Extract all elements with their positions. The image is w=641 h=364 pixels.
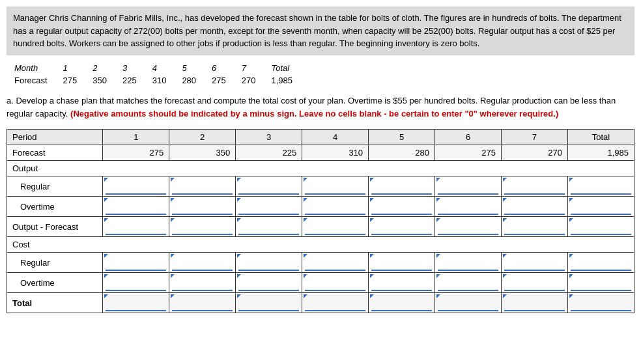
overtime-cost-input-4[interactable] <box>305 274 365 291</box>
total-cell-total[interactable] <box>567 293 634 313</box>
overtime-output-input-total[interactable] <box>571 198 631 215</box>
overtime-cost-cell-4[interactable] <box>302 273 369 293</box>
regular-output-cell-7[interactable] <box>502 176 568 197</box>
output-forecast-cell-6[interactable] <box>435 217 502 237</box>
regular-cost-cell-1[interactable] <box>103 253 169 273</box>
output-forecast-input-1[interactable] <box>106 218 166 235</box>
overtime-output-input-6[interactable] <box>438 198 498 215</box>
output-forecast-cell-5[interactable] <box>369 217 435 237</box>
total-cell-6[interactable] <box>435 293 502 313</box>
total-cell-7[interactable] <box>502 293 568 313</box>
total-cell-5[interactable] <box>369 293 435 313</box>
regular-cost-cell-7[interactable] <box>502 253 568 273</box>
total-input-6[interactable] <box>438 294 498 311</box>
overtime-cost-cell-total[interactable] <box>567 273 634 293</box>
output-forecast-cell-7[interactable] <box>502 217 568 237</box>
regular-output-input-total[interactable] <box>571 178 631 195</box>
regular-cost-input-2[interactable] <box>172 254 233 271</box>
overtime-output-input-1[interactable] <box>106 198 166 215</box>
regular-output-input-1[interactable] <box>106 178 166 195</box>
overtime-cost-input-3[interactable] <box>238 274 299 291</box>
regular-output-cell-total[interactable] <box>567 176 634 197</box>
regular-output-cell-1[interactable] <box>103 176 169 197</box>
overtime-output-input-2[interactable] <box>172 198 233 215</box>
regular-output-input-6[interactable] <box>438 178 498 195</box>
regular-output-cell-5[interactable] <box>369 176 435 197</box>
overtime-output-cell-3[interactable] <box>236 197 302 217</box>
overtime-output-cell-1[interactable] <box>103 197 169 217</box>
regular-cost-input-4[interactable] <box>305 254 365 271</box>
output-forecast-input-7[interactable] <box>504 218 565 235</box>
overtime-output-cell-total[interactable] <box>567 197 634 217</box>
overtime-output-cell-6[interactable] <box>435 197 502 217</box>
overtime-output-input-7[interactable] <box>504 198 565 215</box>
overtime-cost-input-6[interactable] <box>438 274 498 291</box>
regular-output-cell-4[interactable] <box>302 176 369 197</box>
total-input-7[interactable] <box>504 294 565 311</box>
regular-cost-cell-3[interactable] <box>236 253 302 273</box>
total-input-total[interactable] <box>571 294 631 311</box>
total-input-4[interactable] <box>305 294 365 311</box>
overtime-output-cell-7[interactable] <box>502 197 568 217</box>
overtime-cost-cell-3[interactable] <box>236 273 302 293</box>
total-input-3[interactable] <box>238 294 299 311</box>
overtime-cost-input-total[interactable] <box>571 274 631 291</box>
overtime-cost-cell-5[interactable] <box>369 273 435 293</box>
total-input-1[interactable] <box>106 294 166 311</box>
regular-cost-input-5[interactable] <box>371 254 432 271</box>
output-forecast-cell-4[interactable] <box>302 217 369 237</box>
total-cell-4[interactable] <box>302 293 369 313</box>
output-forecast-input-3[interactable] <box>238 218 299 235</box>
overtime-output-input-4[interactable] <box>305 198 365 215</box>
regular-cost-cell-5[interactable] <box>369 253 435 273</box>
regular-output-input-4[interactable] <box>305 178 365 195</box>
output-forecast-input-5[interactable] <box>371 218 432 235</box>
instruction: a. Develop a chase plan that matches the… <box>7 94 634 122</box>
output-forecast-cell-1[interactable] <box>103 217 169 237</box>
table-row-forecast: Forecast 275 350 225 310 280 275 270 1,9… <box>7 145 634 161</box>
regular-cost-input-1[interactable] <box>106 254 166 271</box>
total-cell-3[interactable] <box>236 293 302 313</box>
regular-output-input-7[interactable] <box>504 178 565 195</box>
regular-cost-cell-2[interactable] <box>169 253 236 273</box>
overtime-output-input-5[interactable] <box>371 198 432 215</box>
overtime-output-cell-4[interactable] <box>302 197 369 217</box>
regular-output-cell-6[interactable] <box>435 176 502 197</box>
total-input-2[interactable] <box>172 294 233 311</box>
regular-cost-cell-4[interactable] <box>302 253 369 273</box>
output-forecast-input-4[interactable] <box>305 218 365 235</box>
regular-cost-cell-6[interactable] <box>435 253 502 273</box>
output-forecast-cell-3[interactable] <box>236 217 302 237</box>
regular-cost-cell-total[interactable] <box>567 253 634 273</box>
overtime-cost-input-2[interactable] <box>172 274 233 291</box>
regular-cost-input-7[interactable] <box>504 254 565 271</box>
regular-cost-input-total[interactable] <box>571 254 631 271</box>
regular-output-input-2[interactable] <box>172 178 233 195</box>
regular-output-cell-2[interactable] <box>169 176 236 197</box>
month-6: 6 <box>204 62 234 74</box>
regular-output-cell-3[interactable] <box>236 176 302 197</box>
overtime-cost-cell-2[interactable] <box>169 273 236 293</box>
regular-cost-input-3[interactable] <box>238 254 299 271</box>
regular-cost-input-6[interactable] <box>438 254 498 271</box>
output-forecast-input-6[interactable] <box>438 218 498 235</box>
overtime-cost-cell-6[interactable] <box>435 273 502 293</box>
output-forecast-input-2[interactable] <box>172 218 233 235</box>
overtime-cost-cell-1[interactable] <box>103 273 169 293</box>
total-input-5[interactable] <box>371 294 432 311</box>
total-cell-2[interactable] <box>169 293 236 313</box>
output-forecast-cell-total[interactable] <box>567 217 634 237</box>
output-forecast-cell-2[interactable] <box>169 217 236 237</box>
col-2: 2 <box>169 130 236 145</box>
regular-output-input-5[interactable] <box>371 178 432 195</box>
regular-output-input-3[interactable] <box>238 178 299 195</box>
overtime-cost-input-7[interactable] <box>504 274 565 291</box>
overtime-output-input-3[interactable] <box>238 198 299 215</box>
output-forecast-input-total[interactable] <box>571 218 631 235</box>
overtime-cost-cell-7[interactable] <box>502 273 568 293</box>
overtime-output-cell-5[interactable] <box>369 197 435 217</box>
overtime-cost-input-1[interactable] <box>106 274 166 291</box>
total-cell-1[interactable] <box>103 293 169 313</box>
overtime-output-cell-2[interactable] <box>169 197 236 217</box>
overtime-cost-input-5[interactable] <box>371 274 432 291</box>
